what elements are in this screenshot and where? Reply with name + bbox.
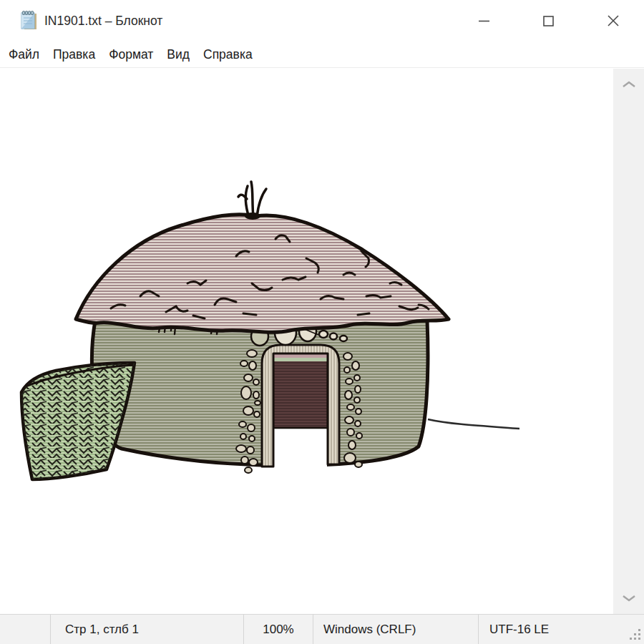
status-line-ending: Windows (CRLF): [313, 615, 478, 644]
notepad-window: IN1901.txt – Блокнот Файл Правка Формат …: [0, 0, 644, 644]
menu-view[interactable]: Вид: [167, 47, 190, 62]
roof-topknot: [238, 182, 266, 218]
scroll-up-button[interactable]: [613, 70, 644, 99]
hut-illustration: [0, 69, 613, 614]
ground-line: [428, 419, 519, 429]
resize-grip[interactable]: [629, 628, 642, 641]
close-button[interactable]: [591, 0, 635, 42]
chevron-up-icon: [620, 80, 638, 89]
menu-format[interactable]: Формат: [109, 47, 153, 62]
menu-file[interactable]: Файл: [9, 47, 39, 62]
notepad-app-icon: [19, 10, 39, 31]
maximize-button[interactable]: [526, 0, 570, 42]
status-encoding: UTF-16 LE: [478, 615, 644, 644]
status-cursor-position: Стр 1, стлб 1: [50, 615, 243, 644]
minimize-button[interactable]: [462, 0, 506, 42]
menu-help[interactable]: Справка: [203, 47, 253, 62]
titlebar: IN1901.txt – Блокнот: [0, 0, 644, 42]
window-title: IN1901.txt – Блокнот: [44, 0, 162, 42]
statusbar: Стр 1, стлб 1 100% Windows (CRLF) UTF-16…: [0, 614, 644, 644]
status-zoom-level: 100%: [243, 615, 313, 644]
menubar: Файл Правка Формат Вид Справка: [0, 42, 644, 68]
editor-area[interactable]: [0, 69, 613, 614]
maximize-icon: [542, 14, 555, 28]
woven-mat: [21, 363, 135, 479]
close-icon: [606, 14, 620, 28]
minimize-icon: [477, 14, 491, 28]
hut-roof: [76, 215, 449, 333]
vertical-scrollbar[interactable]: [613, 69, 644, 614]
menu-edit[interactable]: Правка: [53, 47, 95, 62]
scroll-down-button[interactable]: [613, 584, 644, 613]
status-spacer: [0, 615, 50, 644]
chevron-down-icon: [620, 594, 638, 602]
